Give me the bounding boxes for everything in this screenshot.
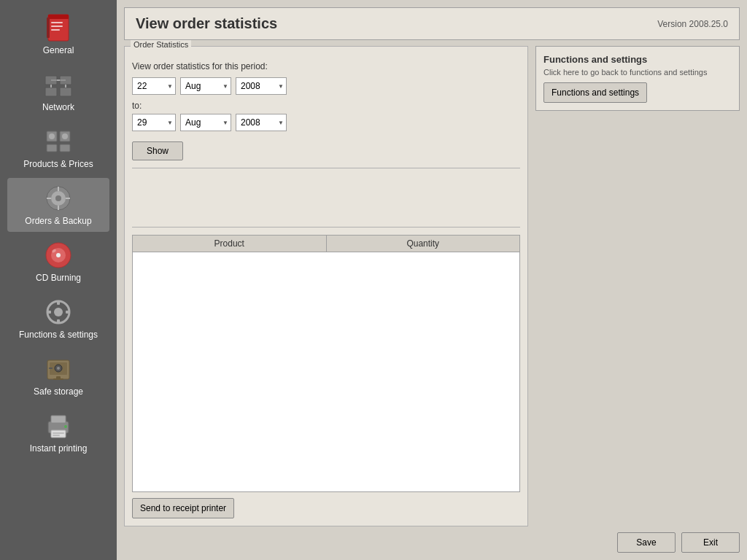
sidebar-item-label-safe: Safe storage: [34, 386, 83, 397]
to-label: to:: [132, 101, 520, 111]
svg-rect-43: [49, 368, 53, 369]
sidebar-item-functions[interactable]: Functions & settings: [7, 292, 109, 346]
svg-point-47: [64, 425, 67, 428]
to-day-wrapper[interactable]: 29: [132, 114, 176, 131]
svg-point-29: [56, 253, 61, 257]
svg-rect-40: [53, 378, 63, 380]
sidebar-item-label-printing: Instant printing: [30, 443, 88, 454]
svg-rect-16: [47, 144, 57, 152]
svg-rect-36: [66, 311, 70, 314]
svg-rect-35: [47, 311, 51, 314]
sidebar-item-label-cd: CD Burning: [36, 273, 81, 283]
functions-icon: [44, 298, 73, 327]
svg-rect-5: [51, 29, 60, 31]
svg-rect-2: [47, 18, 50, 38]
save-button[interactable]: Save: [617, 532, 676, 553]
sidebar-item-general[interactable]: General: [7, 7, 109, 61]
sidebar: General Network: [0, 0, 117, 560]
svg-rect-9: [60, 88, 71, 96]
fieldset-legend: Order Statistics: [131, 40, 191, 49]
svg-point-22: [55, 195, 61, 201]
bottom-bar: Save Exit: [124, 526, 740, 553]
svg-rect-4: [51, 26, 63, 27]
to-month-wrapper[interactable]: Aug: [180, 114, 231, 131]
separator-2: [132, 227, 520, 228]
functions-settings-button[interactable]: Functions and settings: [543, 82, 647, 103]
svg-rect-3: [51, 22, 63, 23]
to-year-wrapper[interactable]: 2008: [236, 114, 287, 131]
show-button[interactable]: Show: [132, 141, 183, 160]
left-panel: Order Statistics View order statistics f…: [124, 46, 528, 526]
sidebar-item-label-network: Network: [42, 102, 74, 112]
from-month-select[interactable]: Aug: [180, 77, 231, 95]
from-day-select[interactable]: 22: [132, 77, 176, 95]
printing-icon: [44, 411, 73, 440]
svg-rect-34: [57, 319, 60, 324]
chart-area: [132, 176, 520, 219]
cd-icon: [44, 241, 73, 270]
sidebar-item-label-functions: Functions & settings: [19, 330, 98, 340]
orders-icon: [44, 184, 73, 213]
svg-point-19: [62, 133, 68, 139]
table-body: [133, 252, 519, 491]
sidebar-item-label-products: Products & Prices: [23, 159, 93, 169]
to-month-select[interactable]: Aug: [180, 114, 231, 131]
version-label: Version 2008.25.0: [657, 19, 728, 29]
functions-subtitle: Click here to go back to functions and s…: [543, 68, 732, 77]
sidebar-item-orders[interactable]: Orders & Backup: [7, 178, 109, 232]
svg-rect-1: [48, 15, 69, 19]
main-content: View order statistics Version 2008.25.0 …: [117, 0, 747, 560]
functions-title: Functions and settings: [543, 54, 732, 65]
products-icon: [44, 127, 73, 156]
sidebar-item-label-general: General: [43, 45, 74, 55]
svg-rect-45: [51, 416, 66, 423]
period-label: View order statistics for this period:: [132, 61, 520, 71]
sidebar-item-cd[interactable]: CD Burning: [7, 235, 109, 289]
to-year-select[interactable]: 2008: [236, 114, 287, 131]
order-stats-fieldset: Order Statistics View order statistics f…: [124, 46, 528, 526]
network-icon: [44, 70, 73, 99]
col-quantity: Quantity: [327, 236, 520, 252]
sidebar-item-printing[interactable]: Instant printing: [7, 405, 109, 459]
page-title: View order statistics: [136, 15, 277, 32]
svg-point-42: [57, 367, 60, 370]
send-to-printer-button[interactable]: Send to receipt printer: [132, 498, 234, 518]
svg-point-32: [54, 308, 63, 316]
sidebar-item-label-orders: Orders & Backup: [25, 216, 91, 226]
to-date-row: 29 Aug 2008: [132, 114, 520, 131]
svg-rect-49: [53, 435, 60, 436]
from-month-wrapper[interactable]: Aug: [180, 77, 231, 95]
functions-box: Functions and settings Click here to go …: [535, 46, 740, 111]
svg-rect-48: [53, 432, 64, 434]
general-icon: [44, 13, 73, 42]
results-table: Product Quantity: [132, 235, 520, 492]
sidebar-item-safe[interactable]: Safe storage: [7, 349, 109, 402]
right-panel: Functions and settings Click here to go …: [535, 46, 740, 526]
svg-point-18: [49, 133, 55, 139]
content-area: Order Statistics View order statistics f…: [124, 46, 740, 526]
svg-rect-33: [57, 300, 60, 305]
table-header: Product Quantity: [133, 236, 519, 252]
to-day-select[interactable]: 29: [132, 114, 176, 131]
col-product: Product: [133, 236, 327, 252]
from-day-wrapper[interactable]: 22: [132, 77, 176, 95]
safe-icon: [44, 354, 73, 384]
sidebar-item-network[interactable]: Network: [7, 64, 109, 118]
exit-button[interactable]: Exit: [681, 532, 740, 553]
svg-rect-8: [45, 88, 57, 96]
sidebar-item-products[interactable]: Products & Prices: [7, 121, 109, 175]
from-year-select[interactable]: 2008: [236, 77, 287, 95]
svg-rect-17: [60, 144, 70, 152]
separator-1: [132, 168, 520, 168]
from-year-wrapper[interactable]: 2008: [236, 77, 287, 95]
header-bar: View order statistics Version 2008.25.0: [124, 7, 740, 40]
